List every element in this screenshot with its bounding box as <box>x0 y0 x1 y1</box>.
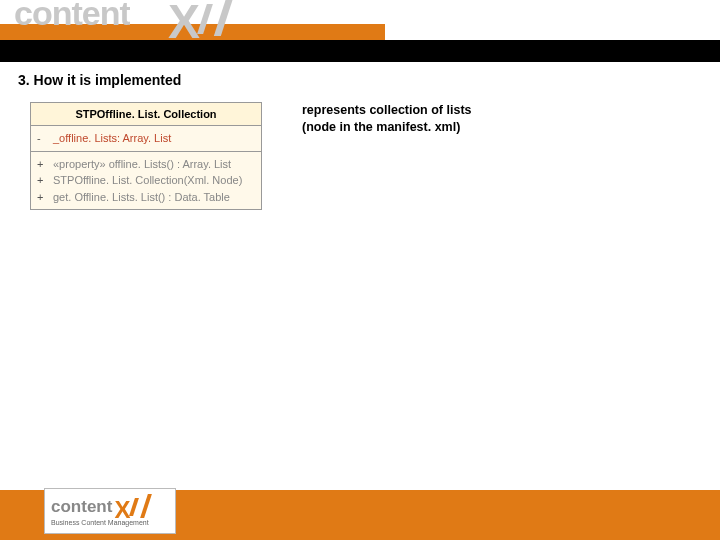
description-line: represents collection of lists <box>302 102 472 119</box>
footer-logo-text: content <box>51 497 112 517</box>
uml-visibility: + <box>37 172 47 189</box>
uml-attribute-row: - _offline. Lists: Array. List <box>37 130 255 147</box>
slide-title: 3. How it is implemented <box>18 72 181 88</box>
header-band: content X <box>0 0 720 62</box>
header-black-bar <box>0 40 720 62</box>
header-logo-text: content <box>14 0 130 32</box>
description-line: (node in the manifest. xml) <box>302 119 472 136</box>
footer-band: content Business Content Management <box>0 490 720 540</box>
uml-class-diagram: STPOffline. List. Collection - _offline.… <box>30 102 262 210</box>
uml-visibility: - <box>37 130 47 147</box>
footer-tagline: Business Content Management <box>51 519 175 526</box>
footer-logo: content Business Content Management <box>44 488 176 534</box>
header-logo-xl-icon: X <box>168 0 248 40</box>
footer-logo-main: content <box>51 496 175 518</box>
header-logo: content <box>14 0 130 40</box>
description-block: represents collection of lists (node in … <box>302 102 472 210</box>
uml-class-name: STPOffline. List. Collection <box>31 103 261 126</box>
uml-attributes-section: - _offline. Lists: Array. List <box>31 126 261 152</box>
footer-logo-xl-icon <box>114 496 154 518</box>
content-area: STPOffline. List. Collection - _offline.… <box>30 102 700 210</box>
uml-operation-signature: STPOffline. List. Collection(Xml. Node) <box>53 172 242 189</box>
uml-visibility: + <box>37 189 47 206</box>
uml-operation-signature: «property» offline. Lists() : Array. Lis… <box>53 156 231 173</box>
uml-attribute-signature: _offline. Lists: Array. List <box>53 130 171 147</box>
uml-operation-row: + get. Offline. Lists. List() : Data. Ta… <box>37 189 255 206</box>
uml-operations-section: + «property» offline. Lists() : Array. L… <box>31 152 261 210</box>
uml-visibility: + <box>37 156 47 173</box>
uml-operation-row: + STPOffline. List. Collection(Xml. Node… <box>37 172 255 189</box>
uml-operation-signature: get. Offline. Lists. List() : Data. Tabl… <box>53 189 230 206</box>
uml-operation-row: + «property» offline. Lists() : Array. L… <box>37 156 255 173</box>
